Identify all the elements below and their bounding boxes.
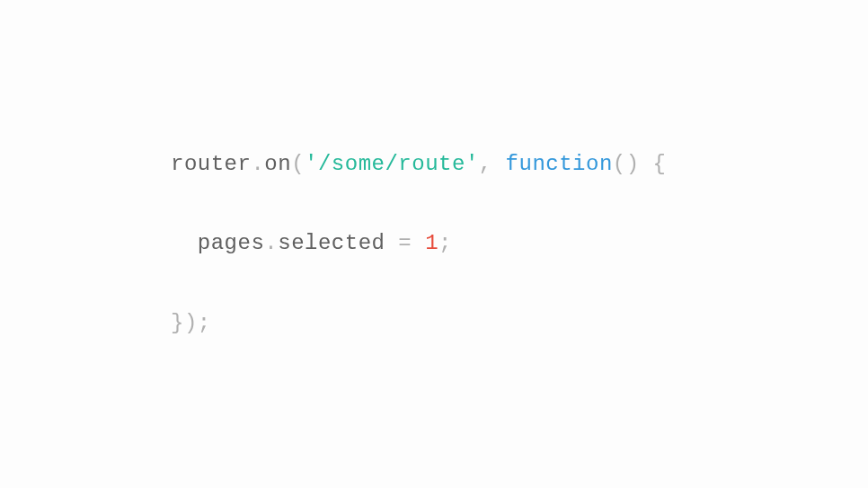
token-parens: () [613, 152, 640, 176]
token-dot: . [251, 152, 264, 176]
token-property: selected [278, 231, 398, 255]
token-equals: = [398, 231, 412, 255]
code-line-2: pages.selected = 1; [171, 224, 666, 263]
token-identifier: router [171, 152, 251, 176]
code-snippet: router.on('/some/route', function() { pa… [171, 104, 666, 384]
token-semicolon: ; [438, 231, 452, 255]
token-space [640, 152, 653, 176]
token-method: on [264, 152, 291, 176]
token-closing: }); [171, 311, 211, 335]
token-space [492, 152, 506, 176]
token-space [412, 231, 425, 255]
token-keyword: function [506, 152, 613, 176]
token-brace: { [653, 152, 667, 176]
code-line-3: }); [171, 304, 666, 343]
token-string: '/some/route' [305, 152, 479, 176]
token-comma: , [479, 152, 492, 176]
token-number: 1 [425, 231, 438, 255]
token-paren: ( [291, 152, 305, 176]
token-dot: . [264, 231, 278, 255]
token-identifier: pages [171, 231, 264, 255]
code-line-1: router.on('/some/route', function() { [171, 145, 666, 184]
